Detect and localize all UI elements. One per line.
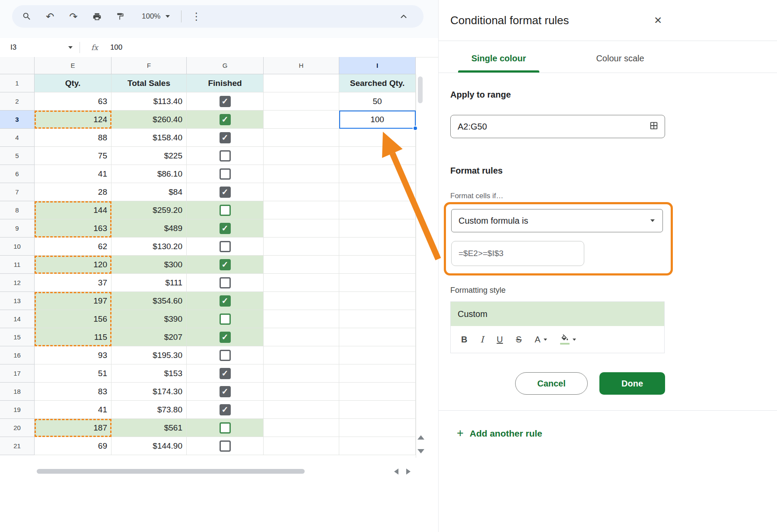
scroll-down-icon[interactable] bbox=[417, 449, 424, 453]
cell-G19[interactable]: ✓ bbox=[187, 401, 264, 419]
formula-bar-value[interactable]: 100 bbox=[110, 43, 122, 52]
column-header-F[interactable]: F bbox=[111, 57, 187, 74]
cell-I14[interactable] bbox=[339, 310, 416, 328]
checkbox-row-8[interactable] bbox=[220, 205, 231, 216]
cell-F7[interactable]: $84 bbox=[111, 183, 187, 201]
italic-button[interactable]: I bbox=[480, 334, 484, 345]
row-header-12[interactable]: 12 bbox=[0, 274, 35, 292]
cell-H19[interactable] bbox=[264, 401, 339, 419]
name-box[interactable]: I3 bbox=[0, 43, 80, 52]
cell-H11[interactable] bbox=[264, 256, 339, 274]
cell-E12[interactable]: 37 bbox=[35, 274, 111, 292]
cell-I7[interactable] bbox=[339, 183, 416, 201]
column-header-E[interactable]: E bbox=[35, 57, 111, 74]
cell-F6[interactable]: $86.10 bbox=[111, 165, 187, 183]
undo-icon[interactable]: ↶ bbox=[41, 8, 59, 25]
cell-G21[interactable] bbox=[187, 437, 264, 455]
checkbox-row-11[interactable]: ✓ bbox=[220, 259, 231, 270]
cell-G6[interactable] bbox=[187, 165, 264, 183]
row-header-17[interactable]: 17 bbox=[0, 364, 35, 383]
cell-I19[interactable] bbox=[339, 401, 416, 419]
checkbox-row-3[interactable]: ✓ bbox=[220, 114, 231, 125]
cell-E20[interactable]: 187 bbox=[35, 419, 111, 437]
cell-H4[interactable] bbox=[264, 129, 339, 147]
fill-color-button[interactable] bbox=[560, 334, 576, 345]
cell-F10[interactable]: $130.20 bbox=[111, 238, 187, 256]
redo-icon[interactable]: ↷ bbox=[65, 8, 82, 25]
condition-dropdown[interactable]: Custom formula is bbox=[451, 209, 663, 232]
cell-F12[interactable]: $111 bbox=[111, 274, 187, 292]
cell-E3[interactable]: 124 bbox=[35, 111, 111, 129]
cell-H8[interactable] bbox=[264, 201, 339, 219]
row-header-10[interactable]: 10 bbox=[0, 238, 35, 256]
cell-I9[interactable] bbox=[339, 219, 416, 238]
cell-G5[interactable] bbox=[187, 147, 264, 165]
checkbox-row-6[interactable] bbox=[220, 168, 231, 180]
cell-I5[interactable] bbox=[339, 147, 416, 165]
apply-range-input[interactable]: A2:G50 bbox=[450, 115, 665, 138]
cell-H5[interactable] bbox=[264, 147, 339, 165]
cell-G2[interactable]: ✓ bbox=[187, 92, 264, 111]
cell-H10[interactable] bbox=[264, 238, 339, 256]
cell-G11[interactable]: ✓ bbox=[187, 256, 264, 274]
checkbox-row-5[interactable] bbox=[220, 150, 231, 162]
cell-H9[interactable] bbox=[264, 219, 339, 238]
vertical-scrollbar[interactable] bbox=[416, 74, 424, 458]
tab-single-colour[interactable]: Single colour bbox=[458, 54, 539, 63]
scroll-up-icon[interactable] bbox=[417, 435, 424, 440]
cell-G18[interactable]: ✓ bbox=[187, 383, 264, 401]
cell-I12[interactable] bbox=[339, 274, 416, 292]
cell-G4[interactable]: ✓ bbox=[187, 129, 264, 147]
cell-H18[interactable] bbox=[264, 383, 339, 401]
cell-I4[interactable] bbox=[339, 129, 416, 147]
checkbox-row-17[interactable]: ✓ bbox=[220, 368, 231, 379]
checkbox-row-10[interactable] bbox=[220, 241, 231, 252]
cell-E6[interactable]: 41 bbox=[35, 165, 111, 183]
cell-F14[interactable]: $390 bbox=[111, 310, 187, 328]
row-header-1[interactable]: 1 bbox=[0, 74, 35, 92]
row-header-8[interactable]: 8 bbox=[0, 201, 35, 219]
cell-G13[interactable]: ✓ bbox=[187, 292, 264, 310]
cell-G17[interactable]: ✓ bbox=[187, 364, 264, 383]
paint-format-icon[interactable] bbox=[111, 8, 129, 25]
cell-G12[interactable] bbox=[187, 274, 264, 292]
tab-colour-scale[interactable]: Colour scale bbox=[586, 54, 655, 63]
column-header-G[interactable]: G bbox=[187, 57, 264, 74]
row-header-6[interactable]: 6 bbox=[0, 165, 35, 183]
column-header-H[interactable]: H bbox=[264, 57, 339, 74]
collapse-toolbar-icon[interactable] bbox=[395, 8, 412, 25]
cell-F4[interactable]: $158.40 bbox=[111, 129, 187, 147]
cell-F3[interactable]: $260.40 bbox=[111, 111, 187, 129]
checkbox-row-9[interactable]: ✓ bbox=[220, 223, 231, 234]
cell-F18[interactable]: $174.30 bbox=[111, 383, 187, 401]
checkbox-row-18[interactable]: ✓ bbox=[220, 386, 231, 397]
cell-I8[interactable] bbox=[339, 201, 416, 219]
cell-H3[interactable] bbox=[264, 111, 339, 129]
cancel-button[interactable]: Cancel bbox=[515, 372, 588, 395]
cell-I21[interactable] bbox=[339, 437, 416, 455]
checkbox-row-13[interactable]: ✓ bbox=[220, 295, 231, 307]
cell-G20[interactable] bbox=[187, 419, 264, 437]
cell-H14[interactable] bbox=[264, 310, 339, 328]
row-header-9[interactable]: 9 bbox=[0, 219, 35, 238]
row-header-3[interactable]: 3 bbox=[0, 111, 35, 129]
cell-G3[interactable]: ✓ bbox=[187, 111, 264, 129]
cell-F20[interactable]: $561 bbox=[111, 419, 187, 437]
cell-F1[interactable]: Total Sales bbox=[111, 74, 187, 92]
corner-select-all-cell[interactable] bbox=[0, 57, 35, 74]
scroll-right-icon[interactable] bbox=[406, 469, 411, 475]
cell-H21[interactable] bbox=[264, 437, 339, 455]
checkbox-row-12[interactable] bbox=[220, 277, 231, 288]
done-button[interactable]: Done bbox=[599, 372, 665, 395]
cell-E18[interactable]: 83 bbox=[35, 383, 111, 401]
cell-E9[interactable]: 163 bbox=[35, 219, 111, 238]
cell-E19[interactable]: 41 bbox=[35, 401, 111, 419]
checkbox-row-19[interactable]: ✓ bbox=[220, 404, 231, 415]
cell-I10[interactable] bbox=[339, 238, 416, 256]
underline-button[interactable]: U bbox=[497, 335, 503, 345]
row-header-15[interactable]: 15 bbox=[0, 328, 35, 346]
row-header-21[interactable]: 21 bbox=[0, 437, 35, 455]
cell-I11[interactable] bbox=[339, 256, 416, 274]
column-header-I[interactable]: I bbox=[339, 57, 416, 74]
cell-F15[interactable]: $207 bbox=[111, 328, 187, 346]
